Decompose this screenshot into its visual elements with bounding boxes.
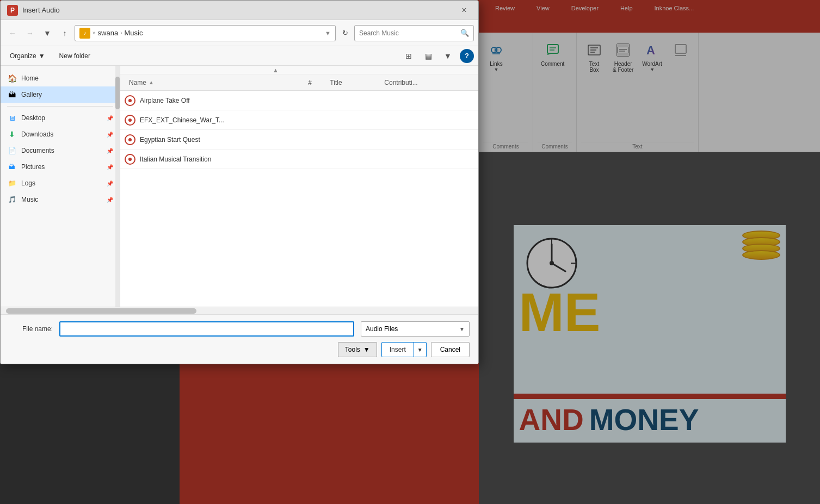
horizontal-scrollbar[interactable] bbox=[1, 307, 478, 314]
home-icon: 🏠 bbox=[7, 73, 17, 83]
file-item-italian[interactable]: Italian Musical Transition bbox=[120, 150, 478, 169]
insert-arrow-icon[interactable]: ▼ bbox=[414, 343, 426, 357]
desktop-icon: 🖥 bbox=[7, 113, 17, 123]
sidebar-home-label: Home bbox=[21, 74, 113, 82]
forward-button[interactable]: → bbox=[22, 26, 38, 41]
sidebar-item-gallery[interactable]: 🏔 Gallery bbox=[1, 86, 120, 103]
view-arrow-button[interactable]: ▼ bbox=[440, 49, 455, 63]
refresh-button[interactable]: ↻ bbox=[338, 26, 352, 40]
cancel-button[interactable]: Cancel bbox=[431, 342, 470, 357]
sidebar-item-desktop[interactable]: 🖥 Desktop 📌 bbox=[1, 110, 120, 126]
insert-button[interactable]: Insert ▼ bbox=[381, 342, 427, 357]
dialog-sidebar: 🏠 Home 🏔 Gallery 🖥 Desktop 📌 ⬇ Downloads… bbox=[1, 66, 120, 307]
search-input[interactable] bbox=[359, 29, 458, 37]
sidebar-item-logs[interactable]: 📁 Logs 📌 bbox=[1, 175, 120, 191]
close-button[interactable]: × bbox=[457, 3, 472, 18]
col-title[interactable]: Title bbox=[325, 79, 380, 86]
view-toggle-button[interactable]: ▦ bbox=[421, 49, 436, 63]
sort-arrow-up: ▲ bbox=[273, 67, 279, 73]
up-button[interactable]: ↑ bbox=[57, 26, 72, 41]
music-icon: 🎵 bbox=[7, 195, 17, 204]
tools-button[interactable]: Tools ▼ bbox=[338, 342, 377, 357]
col-number[interactable]: # bbox=[304, 79, 325, 86]
organize-button[interactable]: Organize ▼ bbox=[5, 49, 50, 63]
dialog-actions: Tools ▼ Insert ▼ Cancel bbox=[9, 342, 470, 357]
sidebar-item-downloads[interactable]: ⬇ Downloads 📌 bbox=[1, 126, 120, 142]
sidebar-scrollbar-thumb bbox=[115, 77, 120, 109]
audio-file-icon-3 bbox=[125, 134, 135, 145]
col-title-label: Title bbox=[330, 79, 342, 86]
file-name-airplane: Airplane Take Off bbox=[140, 97, 312, 104]
view-options-button[interactable]: ⊞ bbox=[401, 49, 416, 63]
pictures-pin: 📌 bbox=[107, 164, 113, 170]
sidebar-pictures-label: Pictures bbox=[21, 163, 102, 171]
sidebar-item-music[interactable]: 🎵 Music 📌 bbox=[1, 191, 120, 208]
documents-pin: 📌 bbox=[107, 148, 113, 154]
logs-pin: 📌 bbox=[107, 181, 113, 186]
sidebar-scrollbar[interactable] bbox=[115, 66, 120, 307]
col-name-sort-icon: ▲ bbox=[149, 79, 154, 85]
file-item-efx[interactable]: EFX_EXT_Chinese_War_T... bbox=[120, 110, 478, 130]
filename-row: File name: Audio Files ▼ bbox=[9, 321, 470, 337]
sidebar-desktop-label: Desktop bbox=[21, 114, 102, 122]
col-num-label: # bbox=[308, 79, 312, 86]
path-music-icon: ♪ bbox=[79, 28, 90, 39]
new-folder-label: New folder bbox=[59, 52, 90, 60]
sidebar-documents-label: Documents bbox=[21, 147, 102, 154]
dialog-bottom: File name: Audio Files ▼ Tools ▼ Insert … bbox=[1, 314, 478, 364]
path-music: Music bbox=[124, 29, 143, 37]
file-item-airplane[interactable]: Airplane Take Off bbox=[120, 91, 478, 110]
logs-icon: 📁 bbox=[7, 178, 17, 188]
file-item-egyptian[interactable]: Egyptian Start Quest bbox=[120, 130, 478, 150]
gallery-icon: 🏔 bbox=[7, 90, 17, 99]
col-contributing[interactable]: Contributi... bbox=[380, 79, 474, 86]
view-arrow-icon: ▼ bbox=[444, 52, 452, 60]
dialog-navigation: ← → ▼ ↑ ♪ » swana › Music ▼ ↻ 🔍 bbox=[1, 20, 478, 46]
col-name-label: Name bbox=[129, 79, 146, 86]
hscroll-thumb bbox=[6, 308, 196, 314]
audio-file-icon-2 bbox=[125, 115, 135, 126]
sidebar-divider-1 bbox=[7, 106, 113, 107]
file-name-efx: EFX_EXT_Chinese_War_T... bbox=[140, 116, 312, 124]
help-button[interactable]: ? bbox=[460, 49, 474, 63]
file-name-italian: Italian Musical Transition bbox=[140, 155, 312, 163]
documents-icon: 📄 bbox=[7, 146, 17, 155]
search-box[interactable]: 🔍 bbox=[354, 25, 474, 41]
sidebar-gallery-label: Gallery bbox=[21, 91, 113, 98]
navigation-path[interactable]: ♪ » swana › Music ▼ bbox=[75, 25, 336, 41]
dialog-title: Insert Audio bbox=[22, 6, 452, 14]
recent-locations-button[interactable]: ▼ bbox=[40, 26, 55, 41]
filename-label: File name: bbox=[9, 325, 53, 333]
file-list: ▲ Name ▲ # Title Contributi... bbox=[120, 66, 478, 307]
downloads-icon: ⬇ bbox=[7, 129, 17, 139]
sidebar-item-home[interactable]: 🏠 Home bbox=[1, 70, 120, 86]
filetype-arrow-icon: ▼ bbox=[459, 326, 465, 332]
sidebar-logs-label: Logs bbox=[21, 179, 102, 187]
sidebar-item-documents[interactable]: 📄 Documents 📌 bbox=[1, 142, 120, 159]
pictures-icon: 🏔 bbox=[7, 162, 17, 172]
downloads-pin: 📌 bbox=[107, 132, 113, 138]
tools-label: Tools bbox=[345, 346, 360, 353]
insert-label[interactable]: Insert bbox=[382, 343, 414, 357]
desktop-pin: 📌 bbox=[107, 115, 113, 121]
back-button[interactable]: ← bbox=[5, 26, 20, 41]
col-name[interactable]: Name ▲ bbox=[125, 79, 304, 86]
view-toggle-icon: ▦ bbox=[425, 52, 432, 60]
audio-file-icon-1 bbox=[125, 95, 135, 106]
dialog-body: 🏠 Home 🏔 Gallery 🖥 Desktop 📌 ⬇ Downloads… bbox=[1, 66, 478, 307]
filename-input[interactable] bbox=[59, 321, 354, 337]
music-pin: 📌 bbox=[107, 197, 113, 203]
sidebar-music-label: Music bbox=[21, 196, 102, 203]
path-swana: swana bbox=[98, 29, 119, 37]
sidebar-downloads-label: Downloads bbox=[21, 130, 102, 138]
path-chevron-1: » bbox=[93, 30, 96, 36]
filetype-dropdown[interactable]: Audio Files ▼ bbox=[361, 321, 470, 337]
organize-arrow: ▼ bbox=[39, 52, 45, 60]
path-chevron-2: › bbox=[120, 30, 122, 36]
path-dropdown-arrow[interactable]: ▼ bbox=[325, 30, 331, 36]
sidebar-item-pictures[interactable]: 🏔 Pictures 📌 bbox=[1, 159, 120, 175]
view-icon: ⊞ bbox=[405, 52, 412, 60]
new-folder-button[interactable]: New folder bbox=[54, 49, 95, 63]
dialog-titlebar: P Insert Audio × bbox=[1, 1, 478, 20]
dialog-toolbar: Organize ▼ New folder ⊞ ▦ ▼ ? bbox=[1, 46, 478, 66]
